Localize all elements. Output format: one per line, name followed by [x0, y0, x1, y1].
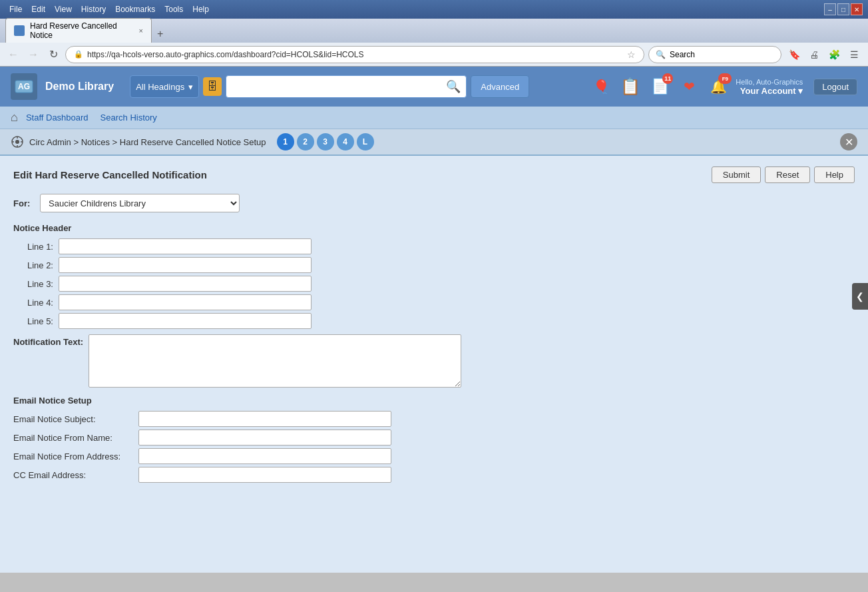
catalog-icon: 📋 — [620, 77, 640, 96]
forward-button[interactable]: → — [25, 47, 41, 63]
heart-icon: ❤ — [684, 79, 695, 95]
email-subject-input[interactable] — [138, 411, 391, 427]
step-4-button[interactable]: 4 — [337, 133, 354, 150]
app-logo: AG — [11, 73, 37, 100]
step-3-button[interactable]: 3 — [317, 133, 334, 150]
email-section-label: Email Notice Setup — [13, 396, 855, 406]
browser-search-bar[interactable]: 🔍 Search — [648, 46, 781, 63]
logout-button[interactable]: Logout — [813, 79, 857, 95]
new-tab-button[interactable]: + — [152, 25, 168, 43]
staff-dashboard-link[interactable]: Staff Dashboard — [26, 113, 89, 123]
search-go-button[interactable]: 🔍 — [446, 79, 461, 94]
balloon-icon-button[interactable]: 🎈 — [589, 75, 613, 99]
reset-button[interactable]: Reset — [765, 166, 810, 183]
account-dropdown-icon: ▾ — [798, 86, 803, 96]
list-icon-button[interactable]: 📄 11 — [648, 75, 672, 99]
bookmark-star-icon[interactable]: ☆ — [627, 49, 636, 60]
database-icon[interactable]: 🗄 — [203, 77, 222, 96]
search-input-wrapper: 🔍 — [226, 75, 467, 98]
bell-badge: F9 — [718, 73, 732, 84]
print-icon[interactable]: 🖨 — [805, 46, 823, 63]
step-l-button[interactable]: L — [357, 133, 374, 150]
toolbar-icons: 🔖 🖨 🧩 ☰ — [785, 46, 863, 63]
for-label: For: — [13, 198, 33, 208]
home-icon[interactable]: ⌂ — [11, 111, 18, 125]
cc-email-row: CC Email Address: — [13, 467, 855, 483]
sidebar-toggle-button[interactable]: ❮ — [852, 283, 868, 310]
menu-file[interactable]: File — [5, 3, 26, 15]
email-from-name-input[interactable] — [138, 430, 391, 445]
email-from-name-row: Email Notice From Name: — [13, 430, 855, 445]
address-bar[interactable]: 🔒 https://qa-hcols-verso.auto-graphics.c… — [65, 46, 644, 63]
menu-bookmarks[interactable]: Bookmarks — [111, 3, 159, 15]
step-1-button[interactable]: 1 — [277, 133, 294, 150]
line5-input[interactable] — [59, 313, 312, 329]
form-header: Edit Hard Reserve Cancelled Notification… — [13, 166, 855, 183]
active-tab[interactable]: Hard Reserve Cancelled Notice × — [5, 18, 152, 43]
line4-input[interactable] — [59, 294, 312, 310]
app-title: Demo Library — [45, 81, 114, 93]
email-from-address-input[interactable] — [138, 448, 391, 464]
address-url: https://qa-hcols-verso.auto-graphics.com… — [87, 50, 623, 59]
catalog-icon-button[interactable]: 📋 — [618, 75, 642, 99]
heart-icon-button[interactable]: ❤ — [677, 75, 701, 99]
window-minimize-button[interactable]: – — [824, 3, 836, 15]
for-row: For: Saucier Childrens Library — [13, 194, 855, 212]
bookmark-manager-icon[interactable]: 🔖 — [785, 46, 803, 63]
refresh-button[interactable]: ↻ — [45, 47, 61, 63]
back-button[interactable]: ← — [5, 47, 21, 63]
line3-row: Line 3: — [13, 276, 855, 292]
step-2-button[interactable]: 2 — [297, 133, 314, 150]
window-controls: – □ ✕ — [824, 3, 863, 15]
cc-email-label: CC Email Address: — [13, 470, 133, 480]
line5-label: Line 5: — [13, 316, 53, 326]
menu-edit[interactable]: Edit — [27, 3, 49, 15]
for-select[interactable]: Saucier Childrens Library — [40, 194, 240, 212]
headings-dropdown[interactable]: All Headings Title Author Subject ISBN ▾ — [130, 75, 199, 98]
email-section: Email Notice Setup Email Notice Subject:… — [13, 396, 855, 483]
list-badge: 11 — [662, 73, 673, 84]
browser-menu-icon[interactable]: ☰ — [845, 46, 863, 63]
email-from-address-label: Email Notice From Address: — [13, 451, 133, 461]
app-wrapper: AG Demo Library All Headings Title Autho… — [0, 67, 868, 573]
menu-view[interactable]: View — [51, 3, 76, 15]
menu-tools[interactable]: Tools — [160, 3, 187, 15]
line5-row: Line 5: — [13, 313, 855, 329]
cc-email-input[interactable] — [138, 467, 391, 483]
submit-button[interactable]: Submit — [712, 166, 761, 183]
bell-icon-button[interactable]: 🔔 F9 — [706, 75, 730, 99]
menu-help[interactable]: Help — [188, 3, 213, 15]
notification-textarea[interactable] — [89, 334, 461, 388]
line1-row: Line 1: — [13, 238, 855, 254]
breadcrumb: Circ Admin > Notices > Hard Reserve Canc… — [29, 137, 266, 147]
line4-row: Line 4: — [13, 294, 855, 310]
browser-titlebar: File Edit View History Bookmarks Tools H… — [0, 0, 868, 19]
window-close-button[interactable]: ✕ — [851, 3, 863, 15]
extension-icon[interactable]: 🧩 — [825, 46, 843, 63]
browser-tabs: Hard Reserve Cancelled Notice × + — [0, 19, 868, 43]
window-maximize-button[interactable]: □ — [837, 3, 849, 15]
email-subject-label: Email Notice Subject: — [13, 414, 133, 424]
user-section[interactable]: Hello, Auto-Graphics Your Account ▾ — [736, 78, 803, 96]
email-from-name-label: Email Notice From Name: — [13, 433, 133, 443]
header-right-icons: 🎈 📋 📄 11 ❤ 🔔 F9 Hello, Auto-Graphics You… — [589, 75, 857, 99]
line1-input[interactable] — [59, 238, 312, 254]
help-button[interactable]: Help — [814, 166, 855, 183]
dropdown-chevron-icon: ▾ — [188, 82, 193, 92]
search-placeholder-text: Search — [670, 50, 695, 59]
your-account-link[interactable]: Your Account ▾ — [736, 86, 803, 96]
app-header: AG Demo Library All Headings Title Autho… — [0, 67, 868, 107]
main-search-input[interactable] — [232, 82, 446, 92]
notification-text-label: Notification Text: — [13, 334, 83, 347]
tab-close-button[interactable]: × — [139, 27, 143, 35]
line1-label: Line 1: — [13, 242, 53, 252]
line3-input[interactable] — [59, 276, 312, 292]
line2-input[interactable] — [59, 257, 312, 273]
notification-text-row: Notification Text: — [13, 334, 855, 388]
search-history-button[interactable]: Search History — [97, 111, 161, 124]
svg-text:AG: AG — [18, 82, 30, 91]
headings-select[interactable]: All Headings Title Author Subject ISBN — [136, 82, 184, 92]
menu-history[interactable]: History — [77, 3, 110, 15]
close-wizard-button[interactable]: ✕ — [840, 133, 857, 150]
advanced-search-button[interactable]: Advanced — [471, 75, 529, 98]
